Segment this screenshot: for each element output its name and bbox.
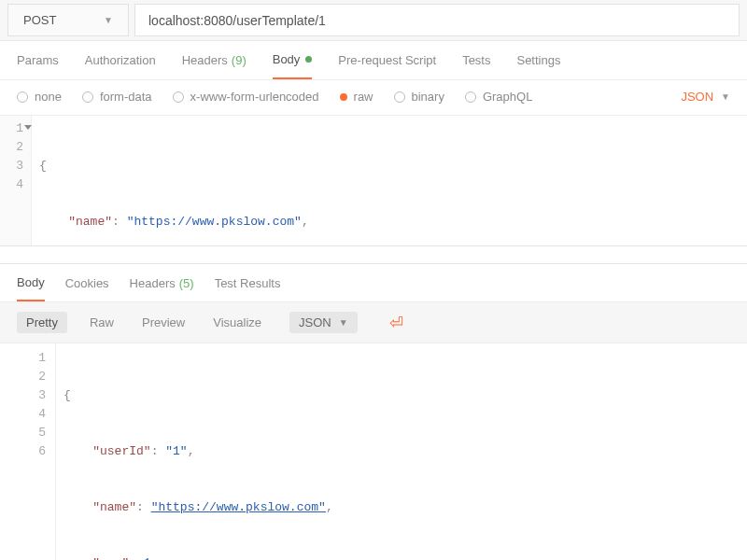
response-tab-body[interactable]: Body	[17, 264, 45, 301]
tab-headers[interactable]: Headers (9)	[182, 41, 247, 79]
response-gutter: 1 2 3 4 5 6	[0, 343, 56, 560]
response-view-raw[interactable]: Raw	[84, 312, 120, 333]
response-view-pretty[interactable]: Pretty	[17, 312, 67, 333]
response-lang-select[interactable]: JSON ▼	[289, 312, 358, 333]
radio-icon	[17, 91, 28, 103]
request-bar: POST ▼ localhost:8080/userTemplate/1	[0, 0, 747, 41]
radio-icon	[394, 91, 405, 103]
tab-authorization[interactable]: Authorization	[85, 41, 156, 79]
tab-tests[interactable]: Tests	[462, 41, 490, 79]
tab-prerequest[interactable]: Pre-request Script	[338, 41, 436, 79]
editor-code[interactable]: { "name": "https://www.pkslow.com", "age…	[32, 116, 747, 245]
chevron-down-icon: ▼	[104, 15, 113, 25]
body-content-type-value: JSON	[681, 90, 713, 104]
radio-icon	[82, 91, 93, 103]
request-tabs: Params Authorization Headers (9) Body Pr…	[0, 41, 747, 80]
headers-count: (9)	[232, 53, 247, 67]
editor-gutter: 1 2 3 4	[0, 116, 32, 245]
radio-icon	[173, 91, 184, 103]
http-method-select[interactable]: POST ▼	[7, 4, 129, 36]
response-tab-cookies[interactable]: Cookies	[65, 264, 109, 301]
response-headers-count: (5)	[179, 276, 194, 290]
response-lang-value: JSON	[299, 315, 331, 329]
tab-body[interactable]: Body	[273, 41, 313, 79]
body-indicator-icon	[305, 56, 312, 63]
response-body-viewer[interactable]: 1 2 3 4 5 6 { "userId": "1", "name": "ht…	[0, 343, 747, 560]
tab-params[interactable]: Params	[17, 41, 59, 79]
radio-icon	[465, 91, 476, 103]
url-input[interactable]: localhost:8080/userTemplate/1	[134, 4, 740, 36]
request-body-editor[interactable]: 1 2 3 4 { "name": "https://www.pkslow.co…	[0, 115, 747, 245]
response-tab-headers[interactable]: Headers (5)	[130, 264, 194, 301]
response-code: { "userId": "1", "name": "https://www.pk…	[56, 343, 747, 560]
chevron-down-icon: ▼	[721, 91, 730, 102]
fold-icon	[24, 125, 32, 130]
tab-settings[interactable]: Settings	[516, 41, 560, 79]
response-format-bar: Pretty Raw Preview Visualize JSON ▼ ⏎	[0, 301, 747, 343]
response-tab-test-results[interactable]: Test Results	[215, 264, 281, 301]
body-type-row: none form-data x-www-form-urlencoded raw…	[0, 80, 747, 115]
response-view-visualize[interactable]: Visualize	[207, 312, 267, 333]
body-type-raw[interactable]: raw	[340, 90, 374, 104]
line-wrap-button[interactable]: ⏎	[384, 313, 409, 333]
response-divider[interactable]	[0, 245, 747, 264]
response-view-preview[interactable]: Preview	[136, 312, 190, 333]
body-type-binary[interactable]: binary	[394, 90, 444, 104]
body-type-none[interactable]: none	[17, 90, 62, 104]
body-content-type-select[interactable]: JSON ▼	[681, 90, 730, 104]
response-tabs: Body Cookies Headers (5) Test Results	[0, 264, 747, 301]
body-type-urlencoded[interactable]: x-www-form-urlencoded	[173, 90, 319, 104]
http-method-value: POST	[23, 13, 56, 27]
chevron-down-icon: ▼	[339, 317, 348, 328]
radio-selected-icon	[340, 93, 347, 101]
body-type-form-data[interactable]: form-data	[82, 90, 152, 104]
body-type-graphql[interactable]: GraphQL	[465, 90, 532, 104]
wrap-icon: ⏎	[389, 314, 403, 332]
url-value: localhost:8080/userTemplate/1	[148, 13, 326, 28]
